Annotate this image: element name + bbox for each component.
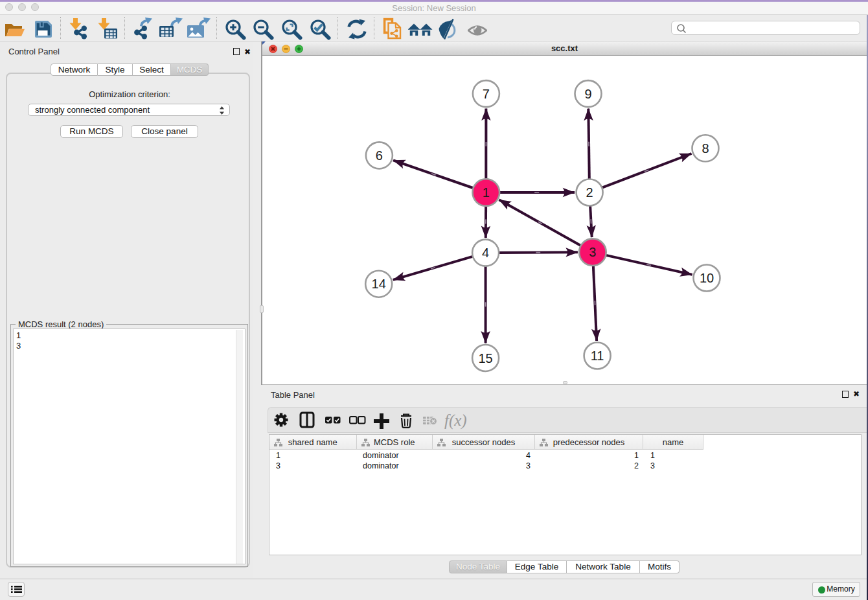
svg-text:4: 4 xyxy=(482,246,489,260)
svg-text:10: 10 xyxy=(700,271,714,285)
svg-text:8: 8 xyxy=(702,141,709,156)
svg-text:11: 11 xyxy=(591,349,604,363)
svg-text:2: 2 xyxy=(586,185,593,200)
svg-text:14: 14 xyxy=(372,277,386,291)
svg-text:f(x): f(x) xyxy=(444,411,467,430)
svg-text:1: 1 xyxy=(483,185,490,200)
svg-text:3: 3 xyxy=(589,245,596,259)
svg-text:7: 7 xyxy=(483,87,490,101)
svg-text:6: 6 xyxy=(376,148,383,163)
svg-text:9: 9 xyxy=(584,87,591,101)
svg-text:15: 15 xyxy=(478,351,492,365)
